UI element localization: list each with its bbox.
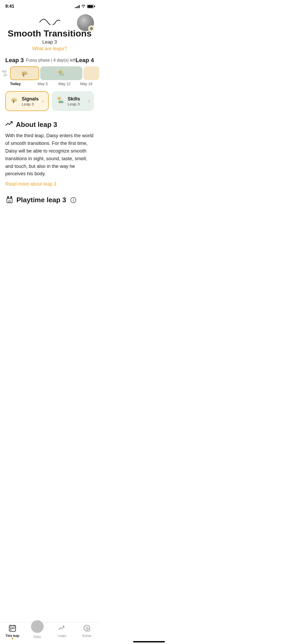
svg-point-9: [14, 99, 17, 102]
wave-icon: [39, 17, 60, 26]
skills-arrow: ›: [88, 98, 90, 104]
leap-header-row: Leap 3 Fussy phase | 4 day(s) left Leap …: [0, 57, 99, 64]
header: ⚙ Smooth Transitions Leap 3 What are lea…: [0, 12, 99, 54]
status-bar: 9:41: [0, 0, 99, 12]
status-icons: [75, 4, 94, 8]
leap4-label: Leap 4: [75, 57, 94, 64]
svg-point-2: [24, 72, 28, 75]
battery-icon: [87, 5, 94, 8]
signals-card[interactable]: Signals Leap 3 ›: [5, 91, 49, 111]
calm-segment[interactable]: [40, 66, 82, 80]
signals-icon: [10, 96, 19, 106]
about-section: About leap 3 With the third leap, Daisy …: [0, 115, 99, 192]
avatar-container[interactable]: ⚙: [77, 14, 94, 31]
skills-icon: [56, 96, 65, 106]
fussy-phase-text: Fussy phase | 4 day(s) left: [26, 58, 75, 63]
skills-card[interactable]: Skills Leap 3 ›: [52, 91, 94, 111]
date-may5: May 5: [32, 82, 53, 86]
info-icon[interactable]: i: [70, 197, 76, 203]
next-segment: [83, 66, 99, 80]
prev-date: Apr 28: [0, 70, 8, 77]
trend-icon: [5, 121, 13, 129]
svg-rect-19: [11, 196, 11, 197]
date-may19: May 19: [75, 82, 97, 86]
skills-subtitle: Leap 3: [68, 102, 85, 106]
svg-rect-21: [9, 201, 10, 203]
svg-point-6: [62, 74, 64, 76]
svg-rect-18: [8, 196, 9, 197]
svg-rect-20: [11, 196, 12, 197]
signals-text: Signals Leap 3: [22, 96, 39, 106]
date-may12: May 12: [54, 82, 75, 86]
playtime-section: Playtime leap 3 i: [0, 192, 99, 213]
signals-title: Signals: [22, 96, 39, 102]
signal-icon: [75, 4, 80, 8]
playtime-title: Playtime leap 3 i: [5, 195, 94, 205]
skills-title: Skills: [68, 96, 85, 102]
svg-point-13: [61, 101, 64, 103]
wifi-icon: [81, 4, 85, 8]
timeline-section: Leap 3 Fussy phase | 4 day(s) left Leap …: [0, 54, 99, 87]
date-today: Today: [2, 82, 32, 86]
gear-icon[interactable]: ⚙: [88, 25, 94, 32]
date-labels: Today May 5 May 12 May 19: [0, 81, 99, 87]
fussy-segment[interactable]: [10, 66, 39, 80]
signals-subtitle: Leap 3: [22, 102, 39, 106]
skills-text: Skills Leap 3: [68, 96, 85, 106]
read-more-link[interactable]: Read more about leap 3: [5, 181, 94, 187]
about-body: With the third leap, Daisy enters the wo…: [5, 132, 94, 178]
timeline-bar: Apr 28: [0, 66, 99, 81]
cards-row: Signals Leap 3 › Skills Leap 3 ›: [0, 87, 99, 115]
leap3-label: Leap 3: [5, 57, 24, 64]
status-time: 9:41: [5, 4, 14, 9]
leap-number: Leap 3: [42, 39, 57, 45]
what-are-leaps-link[interactable]: What are leaps?: [32, 46, 67, 52]
about-title: About leap 3: [5, 121, 94, 129]
svg-rect-17: [7, 196, 8, 197]
signals-arrow: ›: [42, 98, 44, 104]
playtime-icon: [5, 195, 14, 205]
svg-point-10: [58, 97, 61, 100]
